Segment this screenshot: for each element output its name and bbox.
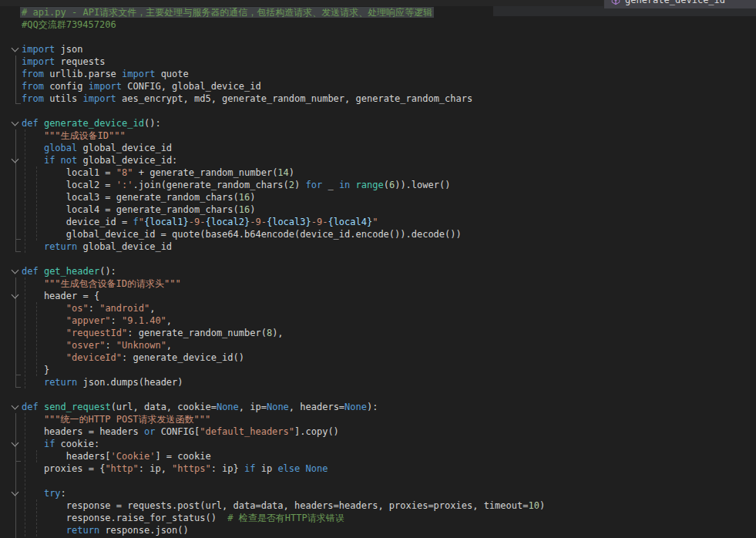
code-line[interactable]: from utils import aes_encrypt, md5, gene… (22, 92, 472, 105)
code-line[interactable]: header = { (22, 290, 99, 302)
code-token (22, 328, 66, 338)
code-token: local1 = (22, 167, 116, 178)
code-token (350, 180, 355, 190)
code-token: ) (294, 180, 305, 190)
code-line[interactable]: import requests (22, 55, 105, 68)
code-line[interactable]: "osver": "Unknown", (22, 339, 172, 351)
code-line[interactable]: from config import CONFIG, global_device… (22, 80, 261, 92)
code-line[interactable]: "requestId": generate_random_number(8), (22, 327, 284, 339)
code-token: header = { (22, 291, 99, 301)
code-token: local2 = (22, 180, 116, 190)
code-token: ( (384, 180, 389, 190)
code-token: {local2} (205, 217, 250, 227)
code-line[interactable]: def get_header(): (22, 265, 116, 277)
code-line[interactable]: local2 = ':'.join(generate_random_chars(… (22, 179, 450, 191)
code-token: proxies = { (22, 463, 105, 474)
code-token (39, 266, 44, 277)
code-editor[interactable]: # api.py - API请求文件，主要处理与服务器的通信，包括构造请求、发送… (0, 0, 756, 538)
fold-guide (15, 55, 16, 103)
fold-chevron-icon[interactable] (9, 401, 20, 413)
fold-chevron-icon[interactable] (9, 154, 20, 166)
fold-chevron-icon[interactable] (9, 117, 20, 129)
code-token: "default_headers" (200, 426, 294, 437)
fold-guide (15, 129, 16, 251)
code-line[interactable]: response = requests.post(url, data=data,… (22, 499, 545, 512)
code-token: json.dumps(header) (77, 377, 183, 388)
code-line[interactable]: proxies = {"http": ip, "https": ip} if i… (22, 462, 328, 475)
code-token: ) (289, 167, 294, 178)
code-line[interactable]: """生成包含设备ID的请求头""" (22, 277, 181, 290)
code-token: , ip= (239, 402, 267, 412)
code-line[interactable]: from urllib.parse import quote (22, 68, 189, 80)
code-line[interactable]: local3 = generate_random_chars(16) (22, 191, 255, 203)
code-line[interactable]: return global_device_id (22, 240, 172, 253)
code-token: import (22, 44, 55, 55)
code-line[interactable]: response.raise_for_status() # 检查是否有HTTP请… (22, 512, 344, 524)
code-token: #QQ交流群739457206 (22, 19, 116, 30)
code-token: from (22, 93, 44, 104)
code-line[interactable]: device_id = f"{local1}-9-{local2}-9-{loc… (22, 216, 378, 228)
code-token: else (277, 463, 300, 474)
code-line[interactable]: def send_request(url, data, cookie=None,… (22, 401, 378, 413)
code-token: global_device_id = quote(base64.b64encod… (22, 229, 462, 240)
code-token: from (22, 69, 44, 79)
code-line[interactable]: local4 = generate_random_chars(16) (22, 203, 255, 216)
code-line[interactable]: """统一的HTTP POST请求发送函数""" (22, 413, 210, 425)
code-token (22, 315, 66, 326)
code-token: generate_device_id (44, 118, 144, 129)
code-token: aes_encrypt, md5, generate_random_number… (116, 93, 472, 104)
code-line[interactable]: "appver": "9.1.40", (22, 314, 172, 327)
code-line[interactable]: # api.py - API请求文件，主要处理与服务器的通信，包括构造请求、发送… (22, 6, 432, 18)
code-token: urllib.parse (44, 69, 122, 79)
code-token: , (166, 315, 172, 326)
code-token: " (372, 217, 378, 227)
fold-chevron-icon[interactable] (9, 487, 20, 499)
code-line[interactable]: return response.json() (22, 524, 189, 536)
suggest-popup[interactable]: generate_device_id (603, 0, 756, 8)
code-token: , (166, 340, 172, 351)
code-token (22, 143, 44, 153)
code-token (22, 377, 44, 388)
code-token (22, 340, 66, 351)
fold-guide-hook (15, 103, 21, 104)
code-token: send_request (44, 402, 111, 412)
code-token: utils (44, 93, 83, 104)
code-token: "deviceId" (66, 352, 122, 363)
fold-chevron-icon[interactable] (9, 438, 20, 450)
code-token: local3 = generate_random_chars( (22, 192, 239, 203)
code-line[interactable]: """生成设备ID""" (22, 129, 126, 142)
code-line[interactable]: import json (22, 43, 82, 55)
code-token: "9.1.40" (122, 315, 166, 326)
code-line[interactable]: "deviceId": generate_device_id() (22, 351, 244, 364)
code-token: 16 (239, 204, 250, 215)
fold-chevron-icon[interactable] (9, 43, 20, 55)
code-line[interactable]: local1 = "8" + generate_random_number(14… (22, 166, 294, 179)
code-line[interactable]: if not global_device_id: (22, 154, 177, 166)
code-token (22, 155, 44, 166)
code-token: + generate_random_number( (133, 167, 278, 178)
code-line[interactable]: headers['Cookie'] = cookie (22, 450, 211, 462)
code-token: """生成设备ID""" (22, 130, 126, 141)
code-line[interactable]: global_device_id = quote(base64.b64encod… (22, 228, 462, 240)
code-token: response = requests.post(url, data=data,… (22, 500, 528, 511)
code-line[interactable]: global global_device_id (22, 142, 172, 154)
code-line[interactable]: headers = headers or CONFIG["default_hea… (22, 425, 339, 438)
code-line[interactable]: def generate_device_id(): (22, 117, 161, 129)
code-token (22, 439, 44, 449)
code-line[interactable]: try: (22, 487, 66, 499)
fold-chevron-icon[interactable] (9, 265, 20, 277)
suggestion-item-label[interactable]: generate_device_id (625, 0, 725, 5)
code-line[interactable]: return json.dumps(header) (22, 376, 183, 388)
code-token: range (356, 180, 384, 190)
fold-guide (15, 413, 16, 538)
code-line[interactable]: "os": "android", (22, 302, 155, 314)
code-line[interactable]: #QQ交流群739457206 (22, 18, 116, 31)
fold-chevron-icon[interactable] (9, 290, 20, 302)
code-token: quote (155, 69, 188, 79)
code-line[interactable]: } (22, 364, 49, 376)
code-token: import (22, 56, 55, 67)
fold-guide-hook (15, 239, 21, 240)
code-line[interactable]: if cookie: (22, 438, 99, 450)
code-token (39, 118, 44, 129)
code-token: global (44, 143, 77, 153)
